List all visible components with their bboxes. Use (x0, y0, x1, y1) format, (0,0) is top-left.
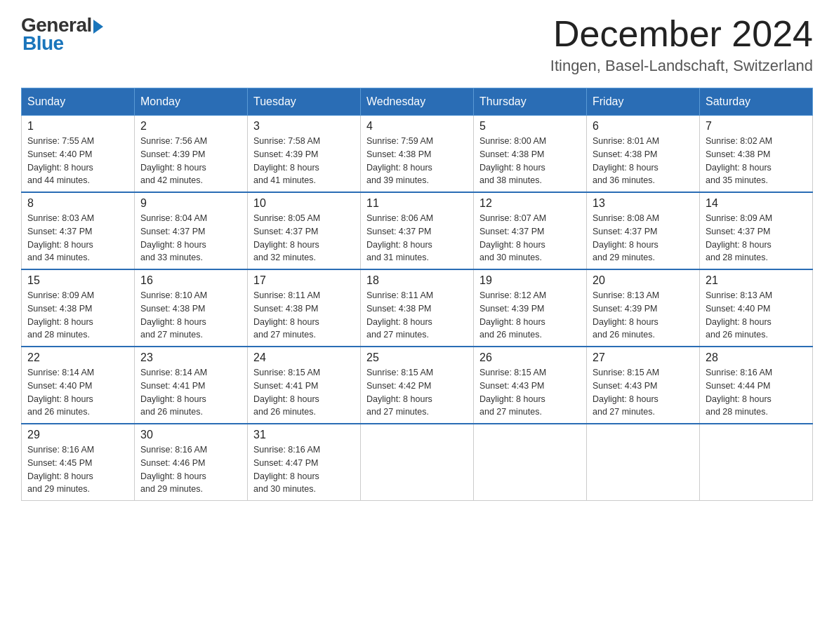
calendar-cell: 4Sunrise: 7:59 AMSunset: 4:38 PMDaylight… (361, 116, 474, 193)
calendar-cell: 22Sunrise: 8:14 AMSunset: 4:40 PMDayligh… (22, 347, 135, 424)
day-info: Sunrise: 7:59 AMSunset: 4:38 PMDaylight:… (366, 135, 468, 187)
calendar-cell: 17Sunrise: 8:11 AMSunset: 4:38 PMDayligh… (248, 269, 361, 347)
day-number: 14 (706, 197, 807, 210)
day-info: Sunrise: 8:14 AMSunset: 4:41 PMDaylight:… (140, 366, 241, 419)
day-number: 27 (593, 351, 694, 364)
calendar-cell: 15Sunrise: 8:09 AMSunset: 4:38 PMDayligh… (22, 269, 135, 347)
day-info: Sunrise: 8:07 AMSunset: 4:37 PMDaylight:… (479, 212, 581, 264)
calendar-cell (361, 424, 474, 501)
calendar-cell: 29Sunrise: 8:16 AMSunset: 4:45 PMDayligh… (22, 424, 135, 501)
day-info: Sunrise: 8:13 AMSunset: 4:40 PMDaylight:… (706, 289, 807, 342)
week-row-2: 8Sunrise: 8:03 AMSunset: 4:37 PMDaylight… (22, 192, 813, 269)
calendar-cell: 13Sunrise: 8:08 AMSunset: 4:37 PMDayligh… (587, 192, 700, 269)
day-number: 17 (253, 274, 355, 287)
week-row-1: 1Sunrise: 7:55 AMSunset: 4:40 PMDaylight… (22, 116, 813, 193)
day-number: 10 (253, 197, 355, 210)
day-info: Sunrise: 8:08 AMSunset: 4:37 PMDaylight:… (593, 212, 694, 264)
calendar-cell: 18Sunrise: 8:11 AMSunset: 4:38 PMDayligh… (361, 269, 474, 347)
day-number: 15 (27, 274, 128, 287)
day-number: 6 (593, 120, 694, 133)
day-number: 29 (27, 429, 128, 441)
day-number: 12 (479, 197, 581, 210)
day-number: 18 (366, 274, 468, 287)
calendar-cell: 26Sunrise: 8:15 AMSunset: 4:43 PMDayligh… (474, 347, 587, 424)
day-info: Sunrise: 8:16 AMSunset: 4:45 PMDaylight:… (27, 443, 128, 496)
day-number: 21 (706, 274, 807, 287)
calendar-cell: 27Sunrise: 8:15 AMSunset: 4:43 PMDayligh… (587, 347, 700, 424)
calendar-cell: 21Sunrise: 8:13 AMSunset: 4:40 PMDayligh… (700, 269, 813, 347)
col-header-saturday: Saturday (700, 88, 813, 116)
calendar-cell: 7Sunrise: 8:02 AMSunset: 4:38 PMDaylight… (700, 116, 813, 193)
logo-triangle-icon (93, 20, 103, 34)
calendar-cell: 19Sunrise: 8:12 AMSunset: 4:39 PMDayligh… (474, 269, 587, 347)
day-info: Sunrise: 8:12 AMSunset: 4:39 PMDaylight:… (479, 289, 581, 342)
logo-text-blue: Blue (21, 32, 64, 55)
day-info: Sunrise: 8:04 AMSunset: 4:37 PMDaylight:… (140, 212, 241, 264)
day-info: Sunrise: 8:15 AMSunset: 4:43 PMDaylight:… (593, 366, 694, 419)
week-row-3: 15Sunrise: 8:09 AMSunset: 4:38 PMDayligh… (22, 269, 813, 347)
calendar-cell: 20Sunrise: 8:13 AMSunset: 4:39 PMDayligh… (587, 269, 700, 347)
calendar-cell: 6Sunrise: 8:01 AMSunset: 4:38 PMDaylight… (587, 116, 700, 193)
day-number: 25 (366, 351, 468, 364)
day-number: 8 (27, 197, 128, 210)
day-number: 31 (253, 429, 355, 441)
day-info: Sunrise: 8:15 AMSunset: 4:43 PMDaylight:… (479, 366, 581, 419)
calendar-cell: 12Sunrise: 8:07 AMSunset: 4:37 PMDayligh… (474, 192, 587, 269)
logo: General Blue (21, 14, 103, 55)
col-header-friday: Friday (587, 88, 700, 116)
title-section: December 2024 Itingen, Basel-Landschaft,… (550, 14, 813, 75)
calendar-cell (700, 424, 813, 501)
day-info: Sunrise: 8:16 AMSunset: 4:44 PMDaylight:… (706, 366, 807, 419)
calendar-cell: 10Sunrise: 8:05 AMSunset: 4:37 PMDayligh… (248, 192, 361, 269)
day-info: Sunrise: 8:03 AMSunset: 4:37 PMDaylight:… (27, 212, 128, 264)
col-header-monday: Monday (135, 88, 248, 116)
day-number: 9 (140, 197, 241, 210)
calendar-cell: 30Sunrise: 8:16 AMSunset: 4:46 PMDayligh… (135, 424, 248, 501)
day-info: Sunrise: 8:06 AMSunset: 4:37 PMDaylight:… (366, 212, 468, 264)
day-info: Sunrise: 8:02 AMSunset: 4:38 PMDaylight:… (706, 135, 807, 187)
day-info: Sunrise: 7:56 AMSunset: 4:39 PMDaylight:… (140, 135, 241, 187)
day-number: 1 (27, 120, 128, 133)
page-subtitle: Itingen, Basel-Landschaft, Switzerland (550, 57, 813, 75)
page-title: December 2024 (550, 14, 813, 54)
day-number: 26 (479, 351, 581, 364)
calendar-cell: 28Sunrise: 8:16 AMSunset: 4:44 PMDayligh… (700, 347, 813, 424)
calendar-cell: 9Sunrise: 8:04 AMSunset: 4:37 PMDaylight… (135, 192, 248, 269)
calendar-header-row: SundayMondayTuesdayWednesdayThursdayFrid… (22, 88, 813, 116)
day-number: 3 (253, 120, 355, 133)
day-info: Sunrise: 8:01 AMSunset: 4:38 PMDaylight:… (593, 135, 694, 187)
day-number: 16 (140, 274, 241, 287)
calendar-cell (474, 424, 587, 501)
day-number: 2 (140, 120, 241, 133)
calendar-cell: 23Sunrise: 8:14 AMSunset: 4:41 PMDayligh… (135, 347, 248, 424)
day-info: Sunrise: 8:11 AMSunset: 4:38 PMDaylight:… (366, 289, 468, 342)
col-header-wednesday: Wednesday (361, 88, 474, 116)
day-number: 5 (479, 120, 581, 133)
calendar-cell: 1Sunrise: 7:55 AMSunset: 4:40 PMDaylight… (22, 116, 135, 193)
day-number: 4 (366, 120, 468, 133)
day-info: Sunrise: 8:05 AMSunset: 4:37 PMDaylight:… (253, 212, 355, 264)
calendar-cell: 16Sunrise: 8:10 AMSunset: 4:38 PMDayligh… (135, 269, 248, 347)
calendar-cell: 24Sunrise: 8:15 AMSunset: 4:41 PMDayligh… (248, 347, 361, 424)
day-info: Sunrise: 7:55 AMSunset: 4:40 PMDaylight:… (27, 135, 128, 187)
day-info: Sunrise: 7:58 AMSunset: 4:39 PMDaylight:… (253, 135, 355, 187)
day-number: 22 (27, 351, 128, 364)
day-info: Sunrise: 8:10 AMSunset: 4:38 PMDaylight:… (140, 289, 241, 342)
col-header-sunday: Sunday (22, 88, 135, 116)
day-number: 13 (593, 197, 694, 210)
day-number: 23 (140, 351, 241, 364)
calendar-cell: 11Sunrise: 8:06 AMSunset: 4:37 PMDayligh… (361, 192, 474, 269)
calendar-cell: 14Sunrise: 8:09 AMSunset: 4:37 PMDayligh… (700, 192, 813, 269)
day-info: Sunrise: 8:15 AMSunset: 4:41 PMDaylight:… (253, 366, 355, 419)
day-number: 7 (706, 120, 807, 133)
day-number: 19 (479, 274, 581, 287)
calendar-cell (587, 424, 700, 501)
calendar-cell: 25Sunrise: 8:15 AMSunset: 4:42 PMDayligh… (361, 347, 474, 424)
calendar-cell: 3Sunrise: 7:58 AMSunset: 4:39 PMDaylight… (248, 116, 361, 193)
day-number: 28 (706, 351, 807, 364)
calendar-cell: 2Sunrise: 7:56 AMSunset: 4:39 PMDaylight… (135, 116, 248, 193)
col-header-tuesday: Tuesday (248, 88, 361, 116)
day-info: Sunrise: 8:14 AMSunset: 4:40 PMDaylight:… (27, 366, 128, 419)
calendar-cell: 8Sunrise: 8:03 AMSunset: 4:37 PMDaylight… (22, 192, 135, 269)
day-info: Sunrise: 8:15 AMSunset: 4:42 PMDaylight:… (366, 366, 468, 419)
